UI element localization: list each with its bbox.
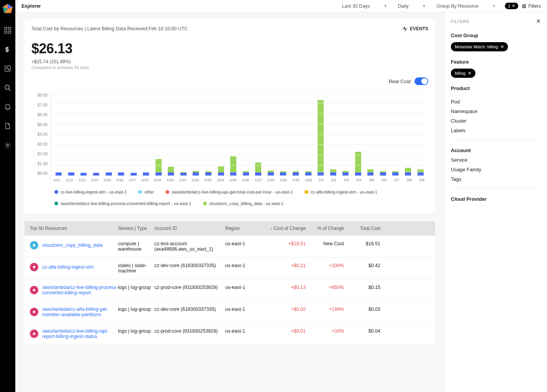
cell-type: logs | log-group <box>118 307 154 312</box>
resource-link[interactable]: cz-alfa-billing-ingest-stm <box>42 264 94 270</box>
panel-subtitle: Total Cost by Resources | Latest Billing… <box>31 26 188 31</box>
close-icon[interactable]: ✕ <box>512 3 515 8</box>
filter-count: 2 <box>508 4 510 8</box>
table-row: cloudzero_copy_billing_datacompute | war… <box>25 236 435 258</box>
filters-title: FILTERS <box>451 19 469 24</box>
events-button[interactable]: EVENTS <box>402 26 428 31</box>
legend-item[interactable]: cloudzero_copy_billing_data - us-east-1 <box>203 201 283 206</box>
total-cost-value: $26.13 <box>31 41 428 57</box>
nav-settings-icon[interactable] <box>4 142 11 149</box>
th-region[interactable]: Region <box>225 226 264 231</box>
table-header: Top 50 Resources Service | Type Account … <box>25 221 435 236</box>
resource-link[interactable]: cloudzero_copy_billing_data <box>42 243 103 248</box>
legend-dot-icon <box>54 190 58 194</box>
resource-type-icon <box>30 241 38 249</box>
logo-icon[interactable] <box>2 3 13 15</box>
th-change[interactable]: ↓ Cost of Change <box>264 226 306 231</box>
chart-yaxis: $8.00$7.00$6.00$5.00$4.00$3.00$2.00$1.00… <box>31 93 51 175</box>
filter-tags[interactable]: Tags <box>451 176 541 182</box>
left-nav: $ <box>0 0 15 392</box>
filter-pod[interactable]: Pod <box>451 99 541 105</box>
filter-feature[interactable]: Feature <box>451 59 541 65</box>
activity-icon <box>402 26 408 31</box>
granularity-dropdown[interactable]: Daily▼ <box>393 3 431 9</box>
legend-item[interactable]: /aws/lambda/cz-live-billing-process-conv… <box>54 201 192 206</box>
filter-cloud-provider[interactable]: Cloud Provider <box>451 196 541 202</box>
resources-table: Top 50 Resources Service | Type Account … <box>25 221 435 345</box>
legend-item[interactable]: /aws/lambda/cz-live-billing-iapi-get-tot… <box>165 190 293 194</box>
cell-account: cz-prod-core (931830253929) <box>154 328 225 334</box>
nav-search-icon[interactable] <box>4 84 11 91</box>
close-icon[interactable]: ✕ <box>468 71 472 76</box>
legend-item[interactable]: cz-live-billing-ingest-stm - us-east-1 <box>54 190 127 194</box>
svg-point-11 <box>5 85 9 89</box>
svg-line-12 <box>9 89 11 91</box>
resource-link[interactable]: /aws/lambda/cz-live-billing-iapi-report-… <box>42 328 118 339</box>
nav-dimensions-icon[interactable] <box>4 65 11 72</box>
filter-namespace[interactable]: Namespace <box>451 108 541 114</box>
svg-point-18 <box>522 5 524 7</box>
cost-compare: Compared to previous 30 days <box>31 65 428 70</box>
cell-change: +$0.01 <box>264 328 306 334</box>
svg-point-17 <box>525 4 526 5</box>
legend-dot-icon <box>165 190 169 194</box>
th-account[interactable]: Account ID <box>154 226 225 231</box>
nav-cost-icon[interactable]: $ <box>4 46 11 53</box>
filter-chip-cost-group[interactable]: Metadata Match: billing✕ <box>451 42 508 51</box>
th-type[interactable]: Service | Type <box>118 226 154 231</box>
page-title: Explorer <box>21 3 41 9</box>
cost-delta: +$15.74 (151.49%) <box>31 59 428 64</box>
nav-bell-icon[interactable] <box>4 103 11 110</box>
close-icon[interactable]: ✕ <box>500 44 504 49</box>
svg-point-20 <box>33 244 35 246</box>
realcost-toggle[interactable] <box>414 77 428 85</box>
cell-change: +$16.51 <box>264 241 306 246</box>
cell-total: $16.51 <box>344 241 380 246</box>
filter-usage-family[interactable]: Usage Family <box>451 167 541 172</box>
th-total[interactable]: Total Cost <box>344 226 380 231</box>
nav-dashboard-icon[interactable] <box>4 27 11 34</box>
cell-total: $0.42 <box>344 263 380 268</box>
legend-item[interactable]: cz-alfa-billing-ingest-stm - us-east-1 <box>305 190 377 194</box>
svg-rect-6 <box>8 31 11 33</box>
th-resource[interactable]: Top 50 Resources <box>30 226 118 231</box>
resource-link[interactable]: /aws/lambda/cz-live-billing-process-conv… <box>42 285 118 295</box>
svg-rect-4 <box>8 27 11 30</box>
th-pct[interactable]: % of Change <box>306 226 344 231</box>
resource-link[interactable]: /aws/lambda/cz-alfa-billing-get-member-a… <box>42 307 118 317</box>
svg-rect-3 <box>5 27 7 30</box>
table-row: cz-alfa-billing-ingest-stmstates | state… <box>25 258 435 279</box>
filter-cluster[interactable]: Cluster <box>451 118 541 124</box>
svg-point-13 <box>7 144 9 146</box>
filter-service[interactable]: Service <box>451 157 541 163</box>
cell-account: cz-test-account (axa48606.aws_us_east_1) <box>154 241 225 252</box>
sliders-icon <box>521 3 527 9</box>
filters-button[interactable]: Filters <box>521 3 541 9</box>
grouping-dropdown[interactable]: Group By Resource▼ <box>431 3 501 9</box>
cell-account: cz-prod-core (931830253929) <box>154 285 225 290</box>
cell-region: us-east-1 <box>225 307 264 312</box>
filter-cost-group[interactable]: Cost Group <box>451 33 541 38</box>
close-icon[interactable]: ✕ <box>536 18 541 25</box>
nav-docs-icon[interactable] <box>4 123 11 130</box>
legend-item[interactable]: other <box>138 190 154 194</box>
table-row: /aws/lambda/cz-alfa-billing-get-member-a… <box>25 301 435 323</box>
svg-point-23 <box>33 311 35 313</box>
svg-text:$: $ <box>5 46 9 53</box>
cell-change: +$0.21 <box>264 263 306 268</box>
cell-pct: +199% <box>306 307 344 312</box>
filter-labels[interactable]: Labels <box>451 128 541 133</box>
filter-product[interactable]: Product <box>451 85 541 91</box>
cell-pct: +33% <box>306 328 344 334</box>
filter-account[interactable]: Account <box>451 148 541 153</box>
range-dropdown[interactable]: Last 30 Days▼ <box>337 3 393 9</box>
realcost-label: Real Cost <box>389 79 411 84</box>
filter-count-chip[interactable]: 2✕ <box>505 3 518 9</box>
legend-dot-icon <box>203 202 207 205</box>
cell-change: +$0.02 <box>264 307 306 312</box>
resource-type-icon <box>30 308 38 316</box>
chevron-down-icon: ▼ <box>423 4 426 8</box>
cost-chart: $8.00$7.00$6.00$5.00$4.00$3.00$2.00$1.00… <box>25 85 435 213</box>
filter-chip-feature[interactable]: billing✕ <box>451 69 475 78</box>
cell-type: states | state-machine <box>118 263 154 274</box>
